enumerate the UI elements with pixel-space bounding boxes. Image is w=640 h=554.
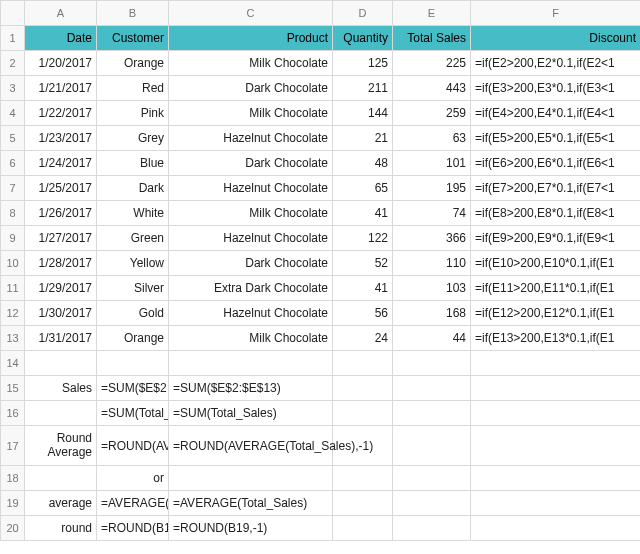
cell[interactable]: =if(E8>200,E8*0.1,if(E8<1	[471, 201, 641, 226]
cell[interactable]: Grey	[97, 126, 169, 151]
cell[interactable]: 443	[393, 76, 471, 101]
spreadsheet-grid[interactable]: A B C D E F 1 Date Customer Product Quan…	[0, 0, 640, 541]
cell-A1[interactable]: Date	[25, 26, 97, 51]
row-header[interactable]: 16	[1, 401, 25, 426]
row-header[interactable]: 9	[1, 226, 25, 251]
cell[interactable]	[393, 426, 471, 466]
cell[interactable]: 44	[393, 326, 471, 351]
cell[interactable]: 225	[393, 51, 471, 76]
cell-D1[interactable]: Quantity	[333, 26, 393, 51]
cell[interactable]: Gold	[97, 301, 169, 326]
cell[interactable]: 1/24/2017	[25, 151, 97, 176]
cell[interactable]: average	[25, 491, 97, 516]
col-header-C[interactable]: C	[169, 1, 333, 26]
cell[interactable]: 41	[333, 201, 393, 226]
cell[interactable]: Dark Chocolate	[169, 251, 333, 276]
cell[interactable]: Orange	[97, 51, 169, 76]
cell[interactable]: =if(E10>200,E10*0.1,if(E1	[471, 251, 641, 276]
cell[interactable]	[471, 376, 641, 401]
cell[interactable]: 21	[333, 126, 393, 151]
row-header[interactable]: 6	[1, 151, 25, 176]
cell[interactable]	[393, 516, 471, 541]
row-header[interactable]: 4	[1, 101, 25, 126]
cell[interactable]: 56	[333, 301, 393, 326]
cell-C1[interactable]: Product	[169, 26, 333, 51]
cell-E1[interactable]: Total Sales	[393, 26, 471, 51]
cell[interactable]: Hazelnut Chocolate	[169, 301, 333, 326]
cell[interactable]: Silver	[97, 276, 169, 301]
cell[interactable]	[333, 516, 393, 541]
col-header-B[interactable]: B	[97, 1, 169, 26]
cell[interactable]: =if(E13>200,E13*0.1,if(E1	[471, 326, 641, 351]
row-header[interactable]: 5	[1, 126, 25, 151]
cell[interactable]	[333, 351, 393, 376]
cell[interactable]: Hazelnut Chocolate	[169, 126, 333, 151]
row-header[interactable]: 13	[1, 326, 25, 351]
cell[interactable]	[393, 491, 471, 516]
cell[interactable]: 1/20/2017	[25, 51, 97, 76]
cell[interactable]: 1/28/2017	[25, 251, 97, 276]
cell[interactable]: Orange	[97, 326, 169, 351]
cell[interactable]: 48	[333, 151, 393, 176]
cell[interactable]: 1/22/2017	[25, 101, 97, 126]
cell[interactable]: 1/29/2017	[25, 276, 97, 301]
cell[interactable]: 1/25/2017	[25, 176, 97, 201]
cell[interactable]: 1/31/2017	[25, 326, 97, 351]
cell[interactable]: Dark	[97, 176, 169, 201]
cell[interactable]: =ROUND(B1	[97, 516, 169, 541]
row-header[interactable]: 11	[1, 276, 25, 301]
cell[interactable]: Round Average	[25, 426, 97, 466]
cell[interactable]: Dark Chocolate	[169, 151, 333, 176]
cell[interactable]	[169, 351, 333, 376]
cell[interactable]	[393, 401, 471, 426]
row-header[interactable]: 8	[1, 201, 25, 226]
row-header[interactable]: 18	[1, 466, 25, 491]
cell[interactable]: 74	[393, 201, 471, 226]
cell[interactable]: 41	[333, 276, 393, 301]
cell[interactable]	[393, 351, 471, 376]
row-header[interactable]: 3	[1, 76, 25, 101]
cell[interactable]: 1/30/2017	[25, 301, 97, 326]
cell[interactable]: =if(E5>200,E5*0.1,if(E5<1	[471, 126, 641, 151]
col-header-D[interactable]: D	[333, 1, 393, 26]
row-header[interactable]: 19	[1, 491, 25, 516]
cell[interactable]: =SUM(Total_Sales)	[169, 401, 333, 426]
cell[interactable]	[471, 516, 641, 541]
cell[interactable]: 259	[393, 101, 471, 126]
cell[interactable]	[97, 351, 169, 376]
cell[interactable]	[169, 466, 333, 491]
cell[interactable]: =ROUND(AV	[97, 426, 169, 466]
row-header[interactable]: 14	[1, 351, 25, 376]
row-header[interactable]: 15	[1, 376, 25, 401]
cell[interactable]: 1/27/2017	[25, 226, 97, 251]
cell[interactable]: 103	[393, 276, 471, 301]
cell[interactable]: Red	[97, 76, 169, 101]
cell[interactable]: =ROUND(AVERAGE(Total_Sales),-1)	[169, 426, 333, 466]
cell[interactable]: Dark Chocolate	[169, 76, 333, 101]
cell[interactable]: =SUM(Total_	[97, 401, 169, 426]
cell[interactable]: Green	[97, 226, 169, 251]
cell[interactable]: 125	[333, 51, 393, 76]
cell[interactable]: =if(E4>200,E4*0.1,if(E4<1	[471, 101, 641, 126]
cell[interactable]: Extra Dark Chocolate	[169, 276, 333, 301]
cell[interactable]: =SUM($E$2:$E$13)	[169, 376, 333, 401]
cell[interactable]	[25, 466, 97, 491]
cell[interactable]: White	[97, 201, 169, 226]
row-header[interactable]: 17	[1, 426, 25, 466]
cell[interactable]: =ROUND(B19,-1)	[169, 516, 333, 541]
cell[interactable]	[471, 466, 641, 491]
col-header-E[interactable]: E	[393, 1, 471, 26]
cell[interactable]	[471, 491, 641, 516]
cell[interactable]: =if(E11>200,E11*0.1,if(E1	[471, 276, 641, 301]
row-header[interactable]: 20	[1, 516, 25, 541]
cell[interactable]: =if(E12>200,E12*0.1,if(E1	[471, 301, 641, 326]
cell[interactable]: 195	[393, 176, 471, 201]
cell[interactable]	[471, 426, 641, 466]
cell[interactable]: =if(E9>200,E9*0.1,if(E9<1	[471, 226, 641, 251]
cell[interactable]	[471, 351, 641, 376]
row-header[interactable]: 2	[1, 51, 25, 76]
cell[interactable]: 211	[333, 76, 393, 101]
cell[interactable]: Pink	[97, 101, 169, 126]
cell[interactable]	[333, 376, 393, 401]
cell[interactable]	[25, 351, 97, 376]
